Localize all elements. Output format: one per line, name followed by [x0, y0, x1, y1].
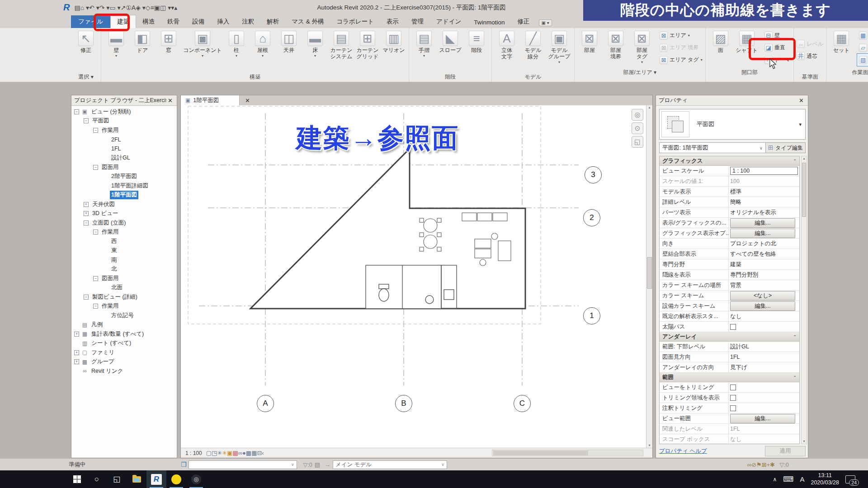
- tree-expander[interactable]: −: [84, 118, 89, 123]
- type-selector[interactable]: 平面図 ▾: [659, 109, 806, 140]
- worksets-icon[interactable]: ❒: [181, 461, 187, 468]
- tree-item[interactable]: − 作業用: [71, 228, 177, 237]
- tree-item-label[interactable]: 1FL: [110, 145, 123, 152]
- file-explorer-icon[interactable]: [127, 470, 146, 488]
- tree-expander[interactable]: +: [84, 211, 89, 216]
- tree-expander[interactable]: −: [93, 304, 98, 309]
- property-row[interactable]: アンダーレイ ⌃: [660, 332, 799, 342]
- tree-item[interactable]: − 製図ビュー (詳細): [71, 292, 177, 302]
- wall-button[interactable]: ▬ 壁 ▾: [103, 29, 129, 72]
- tree-item-label[interactable]: 1階平面詳細図: [110, 182, 150, 190]
- temporary-view-properties-icon[interactable]: ▩: [246, 450, 251, 456]
- property-row[interactable]: 範囲 ⌃: [660, 373, 799, 382]
- property-value[interactable]: なし: [730, 313, 742, 320]
- tree-item-label[interactable]: 作業用: [100, 228, 120, 236]
- tree-item[interactable]: + 3D ビュー: [71, 209, 177, 219]
- tree-item[interactable]: + ▩ グループ: [71, 357, 177, 367]
- room-button[interactable]: ⊠ 部屋: [576, 29, 603, 67]
- wall-opening-button[interactable]: ⊟ 壁: [763, 29, 793, 42]
- property-value[interactable]: 標準: [730, 188, 741, 196]
- property-row[interactable]: 表示/グラフィックスの... ⌃ 編集...: [660, 218, 799, 228]
- property-row[interactable]: スケールの値 1: ⌃ 100: [660, 176, 799, 187]
- tree-item[interactable]: 東: [71, 246, 177, 256]
- tree-expander[interactable]: −: [93, 128, 98, 133]
- thin-lines-icon[interactable]: ≡: [151, 4, 154, 11]
- tree-item-label[interactable]: 製図ビュー (詳細): [91, 293, 139, 301]
- revit-logo[interactable]: R: [63, 2, 70, 13]
- grid-bubble-2[interactable]: 2: [583, 209, 600, 226]
- background-processes-icon[interactable]: ✱: [770, 461, 775, 468]
- tree-item[interactable]: − 図面用: [71, 163, 177, 172]
- tree-item-label[interactable]: 2階平面図: [110, 172, 138, 181]
- tree-item-label[interactable]: 設計GL: [110, 154, 132, 162]
- tree-expander[interactable]: −: [84, 221, 89, 225]
- tree-item[interactable]: 北: [71, 265, 177, 274]
- vertical-scrollbar-thumb[interactable]: [647, 257, 652, 289]
- view-tab-label[interactable]: 1階平面図: [193, 97, 219, 104]
- opening-by-face-button[interactable]: ▨ 面: [708, 29, 734, 67]
- tree-item-label[interactable]: Revit リンク: [90, 367, 124, 375]
- property-row[interactable]: 図面見方向 ⌃ 1FL: [660, 352, 799, 362]
- ribbon-tab[interactable]: 修正: [511, 15, 536, 28]
- tree-item-label[interactable]: 1階平面図: [110, 191, 138, 199]
- tree-item-label[interactable]: 作業用: [100, 302, 120, 310]
- tree-item-label[interactable]: 図面用: [100, 163, 120, 172]
- tree-item[interactable]: 2階平面図: [71, 172, 177, 182]
- plan-view-canvas[interactable]: 3 2 1 A B C 建築→参照面 ◎⊙◱: [181, 105, 646, 448]
- property-value[interactable]: 背景: [730, 282, 741, 289]
- property-row[interactable]: ビュー範囲 ⌃ 編集...: [660, 413, 799, 424]
- curtain-grid-button[interactable]: ⊞ カーテン グリッド: [354, 29, 381, 72]
- grid-bubble-1[interactable]: 1: [583, 307, 600, 324]
- visual-style-icon[interactable]: ◳: [212, 450, 217, 456]
- undo-icon[interactable]: ↶ ▾: [89, 4, 99, 11]
- tree-expander[interactable]: −: [93, 165, 98, 170]
- tree-item[interactable]: ▤ 凡例: [71, 320, 177, 330]
- tree-item-label[interactable]: 立面図 (立面): [91, 219, 127, 227]
- shadows-icon[interactable]: ✳: [222, 450, 227, 456]
- tree-expander[interactable]: −: [74, 109, 79, 114]
- pin-icon[interactable]: ⚑: [756, 461, 762, 468]
- obs-icon[interactable]: ◎: [186, 470, 206, 488]
- tag-by-category-icon[interactable]: ①: [126, 4, 132, 11]
- design-options-exclude-icon[interactable]: ⊘: [751, 461, 756, 468]
- tree-item[interactable]: − 立面図 (立面): [71, 218, 177, 228]
- property-value[interactable]: <なし>: [730, 291, 795, 300]
- railing-button[interactable]: ▤ 手摺 ▾: [411, 29, 437, 72]
- property-value[interactable]: [730, 405, 736, 411]
- property-row[interactable]: パーツ表示 ⌃ オリジナルを表示: [660, 207, 799, 218]
- tree-item[interactable]: 1階平面詳細図: [71, 181, 177, 191]
- chevron-down-icon[interactable]: ∨: [760, 145, 763, 150]
- modify-button[interactable]: ↖ 修正: [73, 29, 99, 72]
- property-row[interactable]: 既定の解析表示スタ... ⌃ なし: [660, 311, 799, 322]
- tree-item-label[interactable]: 東: [110, 246, 118, 255]
- property-row[interactable]: アンダーレイの方向 ⌃ 見下げ: [660, 362, 799, 373]
- property-value[interactable]: 1FL: [730, 426, 740, 432]
- horizontal-scrollbar-thumb[interactable]: [493, 450, 588, 455]
- column-button[interactable]: ▯ 柱 ▾: [223, 29, 250, 72]
- grid-bubble-a[interactable]: A: [257, 395, 274, 412]
- tree-expander[interactable]: −: [93, 230, 98, 235]
- reveal-hidden-elements-icon[interactable]: ●: [242, 450, 246, 456]
- tree-item[interactable]: 2FL: [71, 135, 177, 145]
- level-button[interactable]: ↔ レベル: [795, 38, 825, 50]
- tree-item[interactable]: 方位記号: [71, 311, 177, 320]
- chevron-down-icon[interactable]: ▾: [799, 122, 805, 127]
- selection-filter-icon[interactable]: ▽:0: [779, 461, 789, 468]
- horizontal-scrollbar[interactable]: [492, 450, 643, 456]
- tree-item-label[interactable]: 3D ビュー: [91, 209, 120, 218]
- group-label-select[interactable]: 選択 ▾: [71, 72, 101, 82]
- edit-type-button[interactable]: 田 タイプ編集: [766, 142, 806, 153]
- model-text-button[interactable]: A 立体 文字: [494, 29, 520, 72]
- instance-selector[interactable]: 平面図: 1階平面図 ∨: [659, 142, 766, 153]
- property-row[interactable]: 専門分野 ⌃ 建築: [660, 259, 799, 270]
- section-collapse-icon[interactable]: ⌃: [793, 375, 799, 380]
- ribbon-tab[interactable]: マス & 外構: [285, 15, 330, 28]
- grid-bubble-3[interactable]: 3: [585, 166, 602, 183]
- tree-item-label[interactable]: 2FL: [110, 136, 123, 143]
- close-icon[interactable]: ✕: [797, 97, 805, 104]
- property-value[interactable]: 設計GL: [730, 343, 749, 351]
- touch-keyboard-icon[interactable]: ⌨: [783, 475, 793, 483]
- group-label-room-area[interactable]: 部屋/エリア ▾: [575, 67, 705, 77]
- minimize-ribbon-icon[interactable]: ▴: [174, 4, 177, 11]
- property-row[interactable]: 注釈トリミング ⌃: [660, 403, 799, 413]
